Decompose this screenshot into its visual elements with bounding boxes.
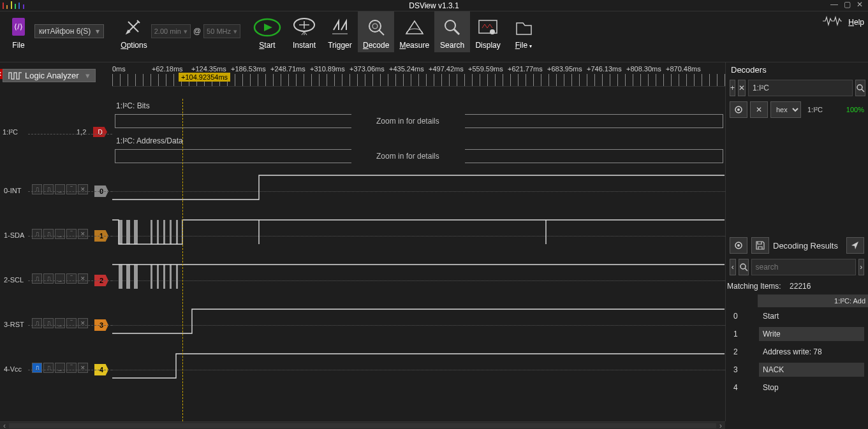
edge-rise-icon[interactable]: ⎍ [32, 363, 42, 373]
svg-point-7 [445, 20, 455, 31]
results-prev-button[interactable]: ‹ [730, 259, 736, 275]
freq-input[interactable]: 50 MHz▾ [203, 24, 240, 38]
help-menu[interactable]: Help [848, 18, 864, 27]
measure-button[interactable]: Measure [394, 11, 434, 52]
results-next-button[interactable]: › [858, 259, 865, 275]
decoder-proto-label: 1:I²C [804, 106, 844, 113]
level-low-icon[interactable]: _ [55, 363, 65, 373]
close-button[interactable]: ✕ [854, 0, 865, 9]
svg-text:⟨/⟩: ⟨/⟩ [14, 22, 22, 31]
svg-rect-19 [126, 265, 130, 289]
decoder-format-select[interactable]: hex [770, 101, 801, 118]
time-input[interactable]: 2.00 min▾ [151, 24, 191, 38]
level-high-icon[interactable]: ‾ [66, 318, 77, 328]
ruler-tick-label: +621.77ms [508, 65, 547, 73]
edge-fall-icon[interactable]: ⎍ [43, 318, 54, 328]
svg-rect-20 [134, 265, 138, 289]
at-label: @ [193, 27, 201, 36]
edge-fall-icon[interactable]: ⎍ [43, 363, 54, 373]
level-low-icon[interactable]: _ [55, 229, 65, 239]
level-low-icon[interactable]: _ [55, 273, 65, 284]
horizontal-scrollbar[interactable]: ‹ › [0, 421, 725, 429]
level-high-icon[interactable]: ‾ [66, 229, 77, 239]
level-low-icon[interactable]: _ [55, 184, 65, 194]
edge-any-icon[interactable]: ✕ [78, 318, 88, 328]
display-button[interactable]: Display [470, 11, 506, 52]
mode-selector[interactable]: Logic Analyzer ▾ [3, 69, 96, 82]
edge-rise-icon[interactable]: ⎍ [32, 184, 42, 194]
svg-rect-23 [163, 265, 165, 289]
waveform-area[interactable]: 1:I²C: Bits Zoom in for details 1:I²C: A… [112, 99, 725, 421]
trigger-button[interactable]: Trigger [322, 11, 358, 52]
maximize-button[interactable]: ▢ [841, 0, 853, 9]
svg-rect-13 [151, 220, 152, 244]
result-row[interactable]: 2Address write: 78 [730, 343, 864, 361]
ruler-tick-label: +310.89ms [310, 65, 349, 73]
instant-button[interactable]: Instant [286, 11, 322, 52]
channel-row: 0-INT ⎍ ⎍ _ ‾ ✕ 0 [0, 169, 112, 214]
ruler-tick-label: +248.71ms [270, 65, 310, 73]
results-save-button[interactable] [751, 237, 769, 254]
start-button[interactable]: Start [248, 11, 286, 52]
options-menu[interactable]: Options [117, 11, 151, 52]
svg-rect-14 [157, 220, 159, 244]
svg-rect-22 [157, 265, 159, 289]
decode-channels-nums: 1,2 [77, 128, 86, 136]
channel-row: 2-SCL ⎍ ⎍ _ ‾ ✕ 2 [0, 258, 112, 303]
file-menu[interactable]: ⟨/⟩ File [3, 11, 34, 52]
decoder-name-input[interactable] [748, 80, 853, 96]
level-high-icon[interactable]: ‾ [66, 273, 77, 284]
edge-fall-icon[interactable]: ⎍ [43, 184, 54, 194]
svg-rect-18 [119, 265, 122, 289]
decoder-search-icon[interactable] [855, 80, 865, 96]
result-row[interactable]: 0Start [730, 307, 864, 325]
results-search-input[interactable] [751, 259, 856, 275]
svg-marker-3 [264, 24, 272, 31]
file2-button[interactable]: File ▾ [506, 11, 541, 52]
matching-count: 22216 [790, 282, 811, 291]
edge-rise-icon[interactable]: ⎍ [32, 273, 42, 284]
result-row[interactable]: 1Write [730, 325, 864, 343]
edge-fall-icon[interactable]: ⎍ [43, 273, 54, 284]
waveform-ch0 [112, 169, 725, 214]
edge-any-icon[interactable]: ✕ [78, 229, 88, 239]
decode-protocol-label: 1:I²C [3, 128, 18, 136]
decoder-close-button[interactable]: ✕ [750, 101, 768, 118]
result-row[interactable]: 3NACK [730, 361, 864, 379]
results-settings-button[interactable] [730, 237, 747, 254]
add-decoder-button[interactable]: + [730, 80, 735, 96]
ruler-tick-label: +435.24ms [389, 65, 429, 73]
edge-any-icon[interactable]: ✕ [78, 273, 88, 284]
ruler-tick-label: +870.48ms [666, 65, 705, 73]
search-button[interactable]: Search [434, 11, 470, 52]
results-list[interactable]: 0Start1Write2Address write: 783NACK4Stop [726, 307, 868, 421]
device-select[interactable]: китАйфон 6(S)▾ [34, 24, 104, 38]
level-high-icon[interactable]: ‾ [66, 184, 77, 194]
app-logo [3, 1, 25, 11]
edge-fall-icon[interactable]: ⎍ [43, 229, 54, 239]
result-row[interactable]: 4Stop [730, 379, 864, 396]
svg-rect-11 [126, 220, 130, 244]
ruler-tick-label: +124.35ms [191, 65, 231, 73]
results-column-header[interactable]: 1:I²C: Add [758, 294, 868, 307]
logic-icon [8, 71, 22, 80]
svg-rect-12 [134, 220, 138, 244]
decode-marker[interactable]: D [93, 127, 107, 137]
level-low-icon[interactable]: _ [55, 318, 65, 328]
svg-rect-10 [119, 220, 122, 244]
edge-any-icon[interactable]: ✕ [78, 363, 88, 373]
remove-decoder-button[interactable]: ✕ [738, 80, 746, 96]
waveform-ch2 [112, 258, 725, 303]
level-high-icon[interactable]: ‾ [66, 363, 77, 373]
edge-any-icon[interactable]: ✕ [78, 184, 88, 194]
edge-rise-icon[interactable]: ⎍ [32, 229, 42, 239]
decoder-settings-button[interactable] [730, 101, 747, 118]
results-locate-button[interactable] [846, 237, 864, 254]
channel-row: 1-SDA ⎍ ⎍ _ ‾ ✕ 1 [0, 214, 112, 258]
waveform-ch3 [112, 303, 725, 347]
decode-button[interactable]: Decode [358, 11, 394, 52]
svg-rect-15 [163, 220, 165, 244]
minimize-button[interactable]: — [828, 0, 840, 9]
decode-addr-title: 1:I²C: Address/Data [116, 136, 183, 145]
edge-rise-icon[interactable]: ⎍ [32, 318, 42, 328]
